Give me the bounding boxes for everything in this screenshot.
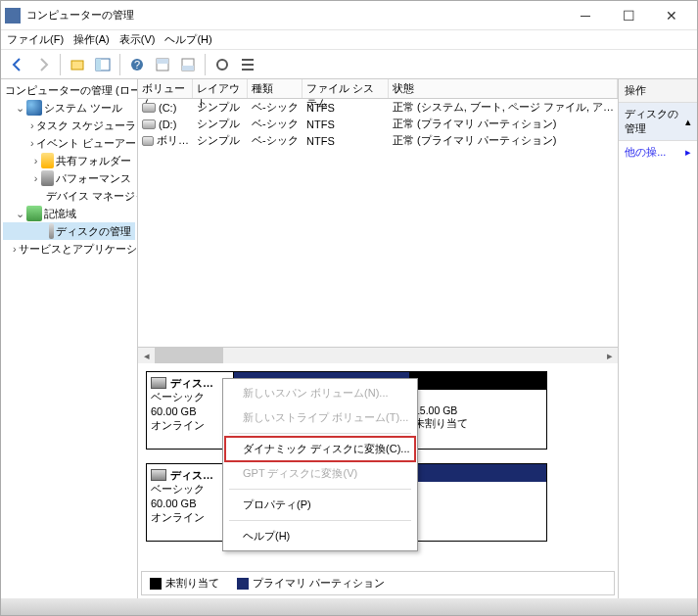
settings-icon[interactable] (211, 54, 233, 75)
scroll-thumb[interactable] (155, 348, 223, 363)
chevron-right-icon: ▸ (685, 146, 691, 159)
chevron-right-icon[interactable]: › (30, 137, 34, 149)
title-bar: コンピューターの管理 ─ ☐ ✕ (1, 1, 697, 30)
separator (119, 54, 120, 75)
nav-tree[interactable]: コンピューターの管理 (ローカル) ⌄システム ツール ›タスク スケジューラ … (1, 79, 138, 598)
tools-icon (26, 100, 42, 116)
tree-device-manager[interactable]: デバイス マネージャー (3, 187, 135, 205)
folder-icon (41, 153, 54, 168)
maximize-button[interactable]: ☐ (607, 2, 650, 29)
list-icon[interactable] (237, 54, 258, 75)
col-fs[interactable]: ファイル システム (302, 79, 389, 98)
disk-icon (151, 377, 166, 389)
bottom-edge (1, 598, 697, 615)
menu-help[interactable]: ヘルプ(H) (164, 32, 211, 47)
forward-button[interactable] (32, 54, 54, 75)
actions-header: 操作 (619, 79, 697, 103)
menu-bar: ファイル(F) 操作(A) 表示(V) ヘルプ(H) (1, 30, 697, 50)
legend-unallocated: 未割り当て (150, 576, 219, 591)
svg-rect-2 (96, 59, 101, 71)
legend-swatch-blue (237, 578, 249, 590)
window-title: コンピューターの管理 (26, 8, 564, 23)
separator (205, 54, 206, 75)
volume-headers: ボリューム レイアウト 種類 ファイル システム 状態 (138, 79, 618, 99)
chevron-right-icon[interactable]: › (13, 243, 17, 255)
tree-disk-management[interactable]: ディスクの管理 (3, 222, 135, 240)
volume-list[interactable]: ボリューム レイアウト 種類 ファイル システム 状態 (C:)シンプルベ-シッ… (138, 79, 618, 363)
tree-system-tools[interactable]: ⌄システム ツール (3, 99, 135, 117)
show-hide-tree-button[interactable] (92, 54, 114, 75)
menu-separator (229, 489, 411, 490)
menu-separator (229, 433, 411, 434)
menu-convert-dynamic[interactable]: ダイナミック ディスクに変換(C)... (225, 437, 415, 461)
menu-view[interactable]: 表示(V) (119, 32, 156, 47)
actions-pane: 操作 ディスクの管理▴ 他の操...▸ (619, 79, 697, 598)
col-type[interactable]: 種類 (248, 79, 302, 98)
collapse-icon[interactable]: ▴ (685, 116, 691, 128)
svg-text:?: ? (134, 59, 140, 71)
volume-row[interactable]: ボリ…シンプルベ-シックNTFS正常 (プライマリ パーティション) (138, 132, 618, 149)
legend-swatch-black (150, 578, 162, 590)
col-status[interactable]: 状態 (389, 79, 618, 98)
volume-icon (142, 103, 156, 113)
app-icon (5, 8, 21, 24)
actions-more[interactable]: 他の操...▸ (619, 141, 697, 164)
menu-convert-gpt[interactable]: GPT ディスクに変換(V) (225, 461, 415, 486)
up-button[interactable] (67, 54, 88, 75)
menu-separator (229, 520, 411, 521)
disk-icon (151, 469, 166, 481)
svg-rect-6 (157, 59, 168, 64)
chevron-down-icon[interactable]: ⌄ (13, 208, 26, 220)
main-area: コンピューターの管理 (ローカル) ⌄システム ツール ›タスク スケジューラ … (1, 79, 697, 598)
scroll-track[interactable] (223, 348, 601, 363)
separator (60, 54, 61, 75)
legend: 未割り当て プライマリ パーティション (141, 571, 615, 595)
context-menu[interactable]: 新しいスパン ボリューム(N)... 新しいストライプ ボリューム(T)... … (222, 378, 418, 551)
disk-info[interactable]: ディス…ベーシック60.00 GBオンライン (146, 463, 234, 542)
tree-shared-folders[interactable]: ›共有フォルダー (3, 152, 135, 169)
tree-performance[interactable]: ›パフォーマンス (3, 169, 135, 187)
tree-root[interactable]: コンピューターの管理 (ローカル) (3, 81, 135, 99)
scroll-left-icon[interactable]: ◂ (138, 348, 155, 363)
menu-new-spanned[interactable]: 新しいスパン ボリューム(N)... (225, 381, 415, 405)
view-top-icon[interactable] (152, 54, 173, 75)
view-bottom-icon[interactable] (177, 54, 199, 75)
menu-file[interactable]: ファイル(F) (7, 32, 64, 47)
horizontal-scrollbar[interactable]: ◂ ▸ (138, 347, 618, 363)
chevron-right-icon[interactable]: › (30, 172, 41, 184)
menu-properties[interactable]: プロパティ(P) (225, 493, 415, 517)
menu-help[interactable]: ヘルプ(H) (225, 524, 415, 548)
menu-action[interactable]: 操作(A) (73, 32, 110, 47)
chevron-down-icon[interactable]: ⌄ (13, 102, 26, 115)
col-layout[interactable]: レイアウト (193, 79, 248, 98)
help-icon[interactable]: ? (126, 54, 148, 75)
legend-primary: プライマリ パーティション (237, 576, 385, 591)
minimize-button[interactable]: ─ (564, 2, 607, 29)
volume-row[interactable]: (C:)シンプルベ-シックNTFS正常 (システム, ブート, ページ ファイル… (138, 99, 618, 116)
center-pane: ボリューム レイアウト 種類 ファイル システム 状態 (C:)シンプルベ-シッ… (138, 79, 619, 598)
tree-services-apps[interactable]: ›サービスとアプリケーション (3, 240, 135, 258)
tree-task-scheduler[interactable]: ›タスク スケジューラ (3, 117, 135, 134)
menu-new-striped[interactable]: 新しいストライプ ボリューム(T)... (225, 405, 415, 430)
back-button[interactable] (7, 54, 28, 75)
toolbar: ? (1, 50, 697, 79)
disk-partition[interactable]: 15.00 GB未割り当て (410, 371, 547, 450)
volume-icon (142, 119, 156, 129)
chevron-right-icon[interactable]: › (30, 155, 41, 166)
tree-storage[interactable]: ⌄記憶域 (3, 205, 135, 222)
tree-event-viewer[interactable]: ›イベント ビューアー (3, 134, 135, 152)
disk-info[interactable]: ディス…ベーシック60.00 GBオンライン (146, 371, 234, 450)
close-button[interactable]: ✕ (650, 2, 693, 29)
svg-rect-0 (71, 61, 83, 70)
storage-icon (26, 206, 42, 221)
svg-point-9 (217, 60, 227, 70)
chevron-right-icon[interactable]: › (30, 119, 34, 131)
col-volume[interactable]: ボリューム (138, 79, 193, 98)
scroll-right-icon[interactable]: ▸ (601, 348, 618, 363)
volume-row[interactable]: (D:)シンプルベ-シックNTFS正常 (プライマリ パーティション) (138, 116, 618, 132)
actions-group[interactable]: ディスクの管理▴ (619, 103, 697, 141)
disk-icon (49, 223, 54, 239)
performance-icon (41, 170, 54, 186)
volume-icon (142, 136, 154, 146)
svg-rect-8 (182, 66, 194, 71)
